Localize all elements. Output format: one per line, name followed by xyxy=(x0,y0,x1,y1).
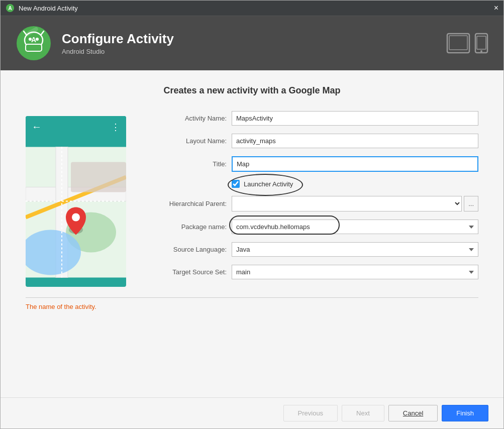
package-name-row: Package name: com.vcdevhub.hellomaps xyxy=(146,220,478,234)
menu-icon: ⋮ xyxy=(111,122,120,133)
package-name-select[interactable]: com.vcdevhub.hellomaps xyxy=(232,220,478,234)
hierarchical-parent-row: Hierarchical Parent: ... xyxy=(146,196,478,211)
cancel-button[interactable]: Cancel xyxy=(388,405,438,421)
content-title: Creates a new activity with a Google Map xyxy=(26,85,478,96)
header: A Configure Activity Android Studio xyxy=(1,16,503,70)
package-name-wrapper: com.vcdevhub.hellomaps xyxy=(232,220,478,234)
back-icon: ← xyxy=(32,121,42,133)
svg-text:A: A xyxy=(8,6,12,11)
next-button[interactable]: Next xyxy=(342,405,384,421)
title-bar-text: New Android Activity xyxy=(19,5,78,12)
target-source-set-select[interactable]: main test androidTest xyxy=(232,265,478,279)
hierarchical-parent-browse-button[interactable]: ... xyxy=(464,196,478,211)
footer: Previous Next Cancel Finish xyxy=(1,397,503,428)
close-button[interactable]: × xyxy=(494,4,498,12)
title-bar-left: A New Android Activity xyxy=(6,4,78,13)
hierarchical-parent-select[interactable] xyxy=(232,196,462,211)
title-bar: A New Android Activity × xyxy=(1,1,503,16)
target-source-set-label: Target Source Set: xyxy=(146,268,227,276)
layout-name-row: Layout Name: xyxy=(146,134,478,148)
android-studio-icon: A xyxy=(6,4,15,13)
new-android-activity-dialog: A New Android Activity × A xyxy=(0,0,504,429)
source-language-select[interactable]: Java Kotlin xyxy=(232,242,478,257)
launcher-activity-row: Launcher Activity xyxy=(232,180,478,188)
form-area: Activity Name: Layout Name: Title: xyxy=(146,111,478,287)
svg-rect-12 xyxy=(449,36,467,50)
hierarchical-parent-label: Hierarchical Parent: xyxy=(146,200,227,207)
finish-button[interactable]: Finish xyxy=(442,405,488,421)
hierarchical-parent-group: ... xyxy=(232,196,478,211)
target-source-set-row: Target Source Set: main test androidTest xyxy=(146,265,478,279)
svg-point-26 xyxy=(72,213,80,222)
previous-button[interactable]: Previous xyxy=(283,405,338,421)
phone-icon xyxy=(474,33,488,54)
title-label: Title: xyxy=(146,160,227,168)
status-text: The name of the activity. xyxy=(26,303,478,310)
header-title: Configure Activity xyxy=(62,31,174,47)
layout-name-input[interactable] xyxy=(232,134,478,148)
device-icons xyxy=(446,33,488,54)
content-divider xyxy=(26,297,478,298)
launcher-activity-group: Launcher Activity xyxy=(232,180,293,188)
source-language-row: Source Language: Java Kotlin xyxy=(146,242,478,257)
phone-preview: ← ⋮ xyxy=(26,116,126,287)
activity-name-label: Activity Name: xyxy=(146,115,227,122)
svg-rect-14 xyxy=(477,36,486,49)
android-studio-logo: A xyxy=(16,25,52,61)
activity-name-row: Activity Name: xyxy=(146,111,478,126)
title-input[interactable] xyxy=(232,156,478,172)
layout-name-label: Layout Name: xyxy=(146,137,227,145)
svg-point-15 xyxy=(480,50,482,52)
header-text: Configure Activity Android Studio xyxy=(62,31,174,55)
svg-text:A: A xyxy=(31,36,36,44)
title-row: Title: xyxy=(146,156,478,172)
svg-rect-22 xyxy=(71,162,126,192)
tablet-icon xyxy=(446,33,470,54)
phone-toolbar: ← ⋮ xyxy=(26,116,126,138)
content-area: Creates a new activity with a Google Map… xyxy=(1,70,503,397)
svg-rect-8 xyxy=(26,44,42,51)
header-subtitle: Android Studio xyxy=(62,48,174,55)
header-left: A Configure Activity Android Studio xyxy=(16,25,174,61)
map-preview xyxy=(26,138,126,287)
package-name-label: Package name: xyxy=(146,223,227,231)
activity-name-input[interactable] xyxy=(232,111,478,126)
main-content: ← ⋮ xyxy=(26,111,478,287)
launcher-activity-label: Launcher Activity xyxy=(244,180,293,188)
source-language-label: Source Language: xyxy=(146,246,227,253)
launcher-activity-checkbox[interactable] xyxy=(232,180,240,188)
